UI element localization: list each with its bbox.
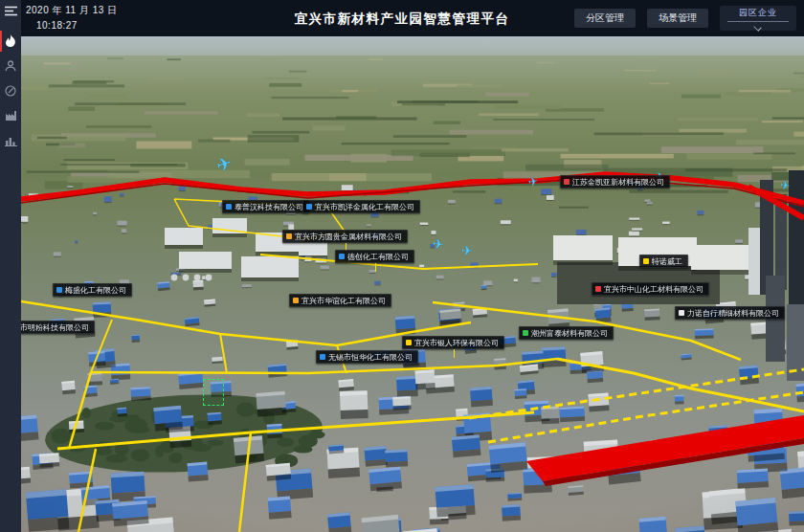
company-marker-icon bbox=[286, 233, 292, 239]
menu-icon bbox=[5, 6, 17, 16]
company-marker-icon bbox=[406, 340, 412, 345]
company-label-text: 宜兴市华谊化工有限公司 bbox=[302, 296, 386, 306]
bar-chart-icon bbox=[5, 135, 17, 146]
menu-button[interactable] bbox=[0, 0, 21, 21]
company-label[interactable]: 力诺自行精细材料有限公司 bbox=[675, 306, 785, 320]
sidebar-item-user[interactable] bbox=[0, 54, 21, 78]
company-marker-icon bbox=[523, 330, 528, 336]
company-label-text: 江苏金凯亚新材料有限公司 bbox=[572, 177, 664, 188]
company-label-text: 宜兴市明粉科技有限公司 bbox=[21, 322, 89, 333]
sidebar-item-factory[interactable] bbox=[0, 103, 21, 128]
company-label[interactable]: 江苏金凯亚新材料有限公司 bbox=[560, 175, 670, 188]
top-bar: 2020 年 11 月 13 日 10:18:27 宜兴市新材料产业园智慧管理平… bbox=[0, 0, 804, 36]
company-marker-icon bbox=[320, 354, 325, 360]
factory-icon bbox=[5, 110, 17, 122]
sidebar-item-stats[interactable] bbox=[0, 128, 21, 153]
company-label[interactable]: 无锡市恒华化工有限公司 bbox=[316, 350, 418, 364]
company-marker-icon bbox=[643, 258, 649, 264]
company-marker-icon bbox=[306, 204, 312, 210]
company-label-text: 宜兴市中山化工材料有限公司 bbox=[604, 284, 704, 295]
company-label-text: 宜兴市银人环保有限公司 bbox=[414, 338, 499, 348]
gauge-icon bbox=[5, 85, 16, 97]
company-label[interactable]: 特诺威工 bbox=[639, 255, 688, 268]
label-leader-line bbox=[454, 349, 455, 358]
company-label[interactable]: 德创化工有限公司 bbox=[335, 250, 414, 263]
chevron-down-icon bbox=[754, 23, 762, 31]
company-label-text: 潮州富泰材料有限公司 bbox=[531, 328, 608, 339]
dropdown-label: 园区企业 bbox=[739, 7, 777, 19]
company-label-text: 泰普汉科技有限公司 bbox=[234, 202, 303, 212]
company-label-text: 特诺威工 bbox=[652, 256, 682, 267]
company-marker-icon bbox=[339, 254, 345, 259]
company-label[interactable]: 潮州富泰材料有限公司 bbox=[519, 326, 614, 340]
dropdown-divider bbox=[727, 21, 789, 22]
company-label[interactable]: 宜兴市银人环保有限公司 bbox=[402, 336, 504, 349]
company-label-text: 梅盛化工有限公司 bbox=[65, 285, 126, 296]
company-label-text: 力诺自行精细材料有限公司 bbox=[687, 308, 779, 319]
company-label[interactable]: 宜兴市方圆贵金属材料有限公司 bbox=[282, 230, 408, 243]
company-label-text: 无锡市恒华化工有限公司 bbox=[328, 352, 413, 363]
company-label[interactable]: 宜兴市明粉科技有限公司 bbox=[21, 321, 95, 334]
company-label[interactable]: 宜兴市华谊化工有限公司 bbox=[289, 294, 391, 307]
company-marker-icon bbox=[293, 298, 299, 303]
company-label[interactable]: 梅盛化工有限公司 bbox=[53, 283, 132, 297]
company-label[interactable]: 宜兴市中山化工材料有限公司 bbox=[592, 282, 709, 296]
smart-park-platform: 2020 年 11 月 13 日 10:18:27 宜兴市新材料产业园智慧管理平… bbox=[0, 0, 804, 532]
company-marker-icon bbox=[56, 287, 62, 293]
sidebar-item-gauge[interactable] bbox=[0, 78, 21, 103]
flame-icon bbox=[5, 34, 16, 48]
sidebar-item-fire[interactable] bbox=[0, 29, 21, 54]
left-sidebar bbox=[0, 0, 21, 532]
map-viewport[interactable]: 泰普汉科技有限公司宜兴市凯洋金属化工有限公司宜兴市方圆贵金属材料有限公司德创化工… bbox=[21, 36, 804, 532]
company-label-text: 宜兴市凯洋金属化工有限公司 bbox=[315, 202, 414, 212]
company-label-text: 德创化工有限公司 bbox=[347, 252, 409, 262]
company-label[interactable]: 宜兴市凯洋金属化工有限公司 bbox=[302, 200, 420, 213]
company-marker-icon bbox=[679, 310, 684, 316]
company-marker-icon bbox=[226, 204, 232, 210]
selection-box bbox=[203, 379, 224, 406]
scene-manage-button[interactable]: 场景管理 bbox=[647, 9, 708, 28]
partition-manage-button[interactable]: 分区管理 bbox=[574, 9, 636, 28]
company-marker-icon bbox=[564, 179, 570, 185]
label-leader-line bbox=[375, 263, 376, 272]
topbar-actions: 分区管理 场景管理 园区企业 bbox=[574, 0, 796, 36]
user-icon bbox=[5, 60, 16, 72]
park-enterprise-dropdown[interactable]: 园区企业 bbox=[720, 6, 796, 31]
company-marker-icon bbox=[595, 286, 601, 292]
company-label[interactable]: 泰普汉科技有限公司 bbox=[222, 200, 309, 213]
company-label-text: 宜兴市方圆贵金属材料有限公司 bbox=[295, 232, 402, 242]
